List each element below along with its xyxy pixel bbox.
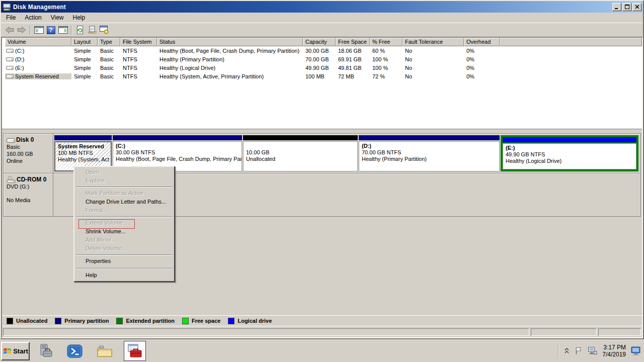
column-header-status[interactable]: Status [157,38,303,46]
cdrom-icon [7,176,16,183]
volume-name: (E:) [15,65,24,71]
menu-item-mark-partition-active[interactable]: Mark Partition as Active [75,189,174,198]
powershell-icon[interactable] [67,344,83,358]
menu-file[interactable]: File [2,13,20,23]
menu-item-format[interactable]: Format... [75,206,174,215]
cell-layout: Simple [71,65,98,71]
column-header-file-system[interactable]: File System [120,38,157,46]
menu-item-open[interactable]: Open [75,168,174,176]
column-header-layout[interactable]: Layout [71,38,98,46]
drive-icon [6,48,14,53]
menu-item-change-drive-letter[interactable]: Change Drive Letter and Paths... [75,198,174,206]
cell-overhead: 0% [464,56,500,62]
volume-row-d[interactable]: (D:) Simple Basic NTFS Healthy (Primary … [5,55,642,63]
help-icon[interactable]: ? [45,25,57,36]
menu-separator [76,253,173,257]
cell-file-system: NTFS [120,65,157,71]
extended-partition-swatch [116,318,123,324]
start-button[interactable]: Start [1,342,30,360]
menu-item-delete-volume[interactable]: Delete Volume... [75,244,174,253]
volume-row-system-reserved[interactable]: System Reserved Simple Basic NTFS Health… [5,72,642,80]
menu-item-add-mirror[interactable]: Add Mirror... [75,236,174,244]
partition-size: 30.00 GB NTFS [116,149,239,156]
cell-status: Healthy (Logical Drive) [157,65,303,71]
menu-item-help[interactable]: Help [75,271,174,280]
column-header-free-space[interactable]: Free Space [336,38,370,46]
partition-status: Healthy (Logical Drive) [506,158,633,164]
column-header-fault-tolerance[interactable]: Fault Tolerance [403,38,464,46]
network-status-icon[interactable] [588,346,597,356]
menu-item-explore[interactable]: Explore [75,176,174,185]
volume-list-pane: Volume Layout Type File System Status Ca… [2,38,642,129]
partition-size: 49.90 GB NTFS [506,151,633,158]
titlebar[interactable]: Disk Management [1,1,643,13]
cell-type: Basic [98,56,120,62]
windows-logo-icon [3,347,12,355]
partition-size: 10.00 GB [246,149,355,156]
legend-logical-drive: Logical drive [228,318,272,324]
action-center-flag-icon[interactable] [575,346,583,356]
volume-row-e[interactable]: (E:) Simple Basic NTFS Healthy (Logical … [5,63,642,72]
disk0-label[interactable]: Disk 0 Basic 160.00 GB Online [4,134,53,173]
start-label: Start [13,347,28,355]
menu-view[interactable]: View [46,13,68,23]
menu-help[interactable]: Help [68,13,90,23]
column-header-type[interactable]: Type [98,38,120,46]
properties-icon[interactable] [86,25,98,36]
free-space-swatch [182,318,189,324]
legend-label: Free space [192,318,220,324]
column-header-pct-free[interactable]: % Free [370,38,403,46]
column-header-overhead[interactable]: Overhead [464,38,500,46]
disk-management-task-button[interactable] [124,341,146,361]
disk-icon [7,137,15,143]
cell-layout: Simple [71,48,98,54]
maximize-button[interactable] [622,3,631,11]
disk-settings-icon[interactable] [98,25,110,36]
action-pane-icon[interactable] [57,25,69,36]
cell-free-space: 18.06 GB [336,48,370,54]
column-header-capacity[interactable]: Capacity [303,38,336,46]
cdrom-label[interactable]: CD-ROM 0 DVD (G:) No Media [4,173,53,216]
cell-status: Healthy (System, Active, Primary Partiti… [157,73,303,79]
partition-unallocated[interactable]: 10.00 GB Unallocated [243,135,358,171]
cell-status: Healthy (Boot, Page File, Crash Dump, Pr… [157,48,303,54]
partition-name: System Reserved [58,143,108,150]
volume-table-header: Volume Layout Type File System Status Ca… [5,38,642,46]
partition-status: Healthy (Primary Partition) [362,156,497,162]
console-tree-icon[interactable] [33,25,45,36]
volume-row-c[interactable]: (C:) Simple Basic NTFS Healthy (Boot, Pa… [5,46,642,55]
partition-d[interactable]: (D:) 70.00 GB NTFS Healthy (Primary Part… [359,135,500,171]
windows-explorer-icon[interactable] [97,344,113,358]
server-manager-icon[interactable] [38,343,53,359]
cdrom-media: DVD (G:) [7,183,51,190]
forward-icon[interactable] [16,25,28,36]
show-desktop-icon[interactable] [631,346,641,356]
partition-e-extended[interactable]: (E:) 49.90 GB NTFS Healthy (Logical Driv… [501,135,638,171]
refresh-icon[interactable] [74,25,86,36]
back-icon[interactable] [4,25,16,36]
system-tray: 3:17 PM 7/4/2019 [558,343,644,358]
cell-free-space: 49.81 GB [336,65,370,71]
minimize-button[interactable] [612,3,621,11]
disk-size: 160.00 GB [7,150,51,157]
tray-expand-chevron-icon[interactable] [564,347,570,355]
disk-kind: Basic [7,143,51,150]
menu-item-properties[interactable]: Properties [75,257,174,265]
cell-file-system: NTFS [120,48,157,54]
cell-overhead: 0% [464,73,500,79]
menu-action[interactable]: Action [20,13,46,23]
cell-fault-tolerance: No [403,73,464,79]
partition-name [246,143,355,149]
taskbar-clock[interactable]: 3:17 PM 7/4/2019 [602,344,626,358]
legend-free-space: Free space [182,318,220,324]
menu-item-shrink-volume[interactable]: Shrink Volume... [75,227,174,236]
menu-item-extend-volume[interactable]: Extend Volume... [75,219,174,227]
column-header-volume[interactable]: Volume [5,38,71,46]
cell-capacity: 70.00 GB [303,56,336,62]
menu-separator [76,185,173,189]
minimize-icon [615,5,619,9]
tray-divider [558,343,559,358]
toolbar: ? [1,23,643,37]
close-button[interactable] [632,3,641,11]
menubar: File Action View Help [1,13,643,23]
